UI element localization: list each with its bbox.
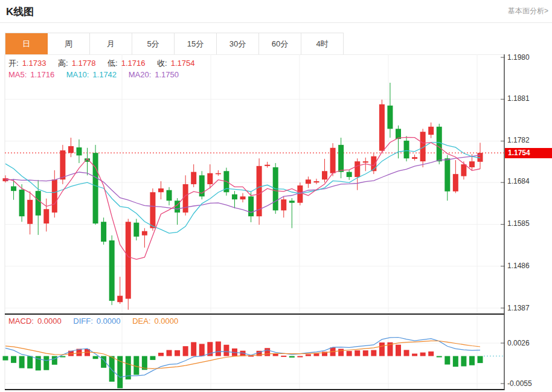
price-tick-3: 1.1782 <box>507 136 530 144</box>
price-tick-1: 1.1980 <box>507 53 530 62</box>
low-label: 低: <box>108 59 118 68</box>
dea-label: DEA: <box>132 316 150 326</box>
kline-widget: K线图 基本面分析> 日 周 月 5分 15分 30分 60分 4时 开:1.1… <box>0 0 552 392</box>
open-value: 1.1733 <box>22 59 47 68</box>
price-tick-4: 1.1684 <box>507 177 530 185</box>
price-tick-2: 1.1881 <box>507 94 530 103</box>
ma5-value: 1.1716 <box>30 70 54 79</box>
ohlc-readout: 开:1.1733 高:1.1778 低:1.1716 收:1.1754 <box>8 58 204 69</box>
close-value: 1.1754 <box>171 59 195 68</box>
macd-value: 0.0000 <box>37 316 62 326</box>
close-label: 收: <box>157 59 167 68</box>
dea-value: 0.0000 <box>155 316 179 326</box>
ma20-value: 1.1750 <box>155 70 179 79</box>
macd-tick-2: -0.0055 <box>507 379 532 388</box>
ma10-value: 1.1742 <box>92 70 117 79</box>
macd-label: MACD: <box>8 316 34 326</box>
ma5-label: MA5: <box>8 70 27 79</box>
macd-readout: MACD:0.0000 DIFF:0.0000 DEA:0.0000 <box>8 316 188 326</box>
low-value: 1.1716 <box>121 59 146 68</box>
high-label: 高: <box>58 59 68 68</box>
price-tick-7: 1.1387 <box>507 304 530 312</box>
open-label: 开: <box>8 59 19 68</box>
price-tick-5: 1.1585 <box>507 219 530 228</box>
ma10-label: MA10: <box>66 70 89 79</box>
ma-readout: MA5:1.1716 MA10:1.1742 MA20:1.1750 <box>8 70 188 79</box>
ma20-label: MA20: <box>129 70 152 79</box>
diff-value: 0.0000 <box>97 316 121 326</box>
high-value: 1.1778 <box>72 59 96 68</box>
diff-label: DIFF: <box>73 316 93 326</box>
macd-tick-1: 0.0026 <box>507 339 530 347</box>
price-tick-6: 1.1486 <box>507 262 530 270</box>
current-price-badge: 1.1754 <box>505 148 552 158</box>
